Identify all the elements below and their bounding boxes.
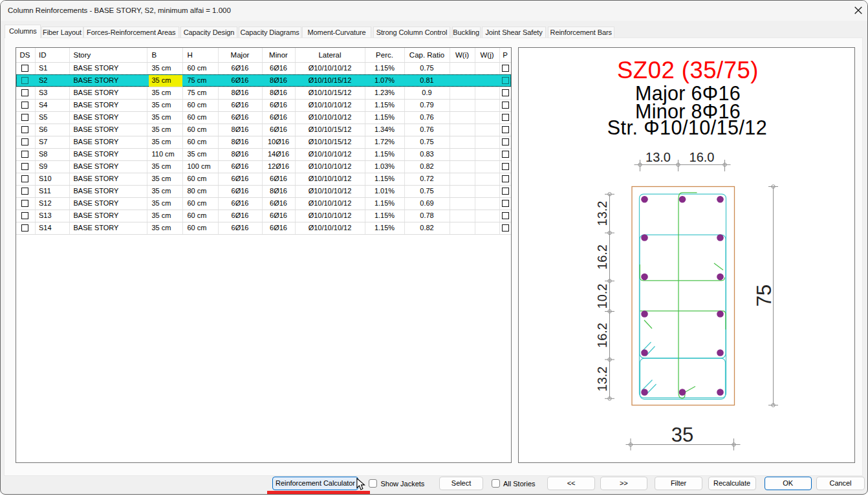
- svg-text:16.2: 16.2: [594, 244, 609, 270]
- svg-text:13.0: 13.0: [646, 149, 671, 164]
- svg-text:16.0: 16.0: [689, 149, 714, 164]
- svg-text:10.2: 10.2: [594, 283, 609, 308]
- svg-text:16.2: 16.2: [594, 323, 609, 348]
- svg-text:Str. Φ10/10/15/12: Str. Φ10/10/15/12: [607, 116, 766, 138]
- svg-text:SZ02 (35/75): SZ02 (35/75): [616, 57, 758, 83]
- svg-text:13.2: 13.2: [594, 200, 609, 226]
- svg-text:75: 75: [753, 284, 776, 306]
- svg-text:13.2: 13.2: [594, 366, 609, 391]
- svg-text:35: 35: [671, 424, 693, 446]
